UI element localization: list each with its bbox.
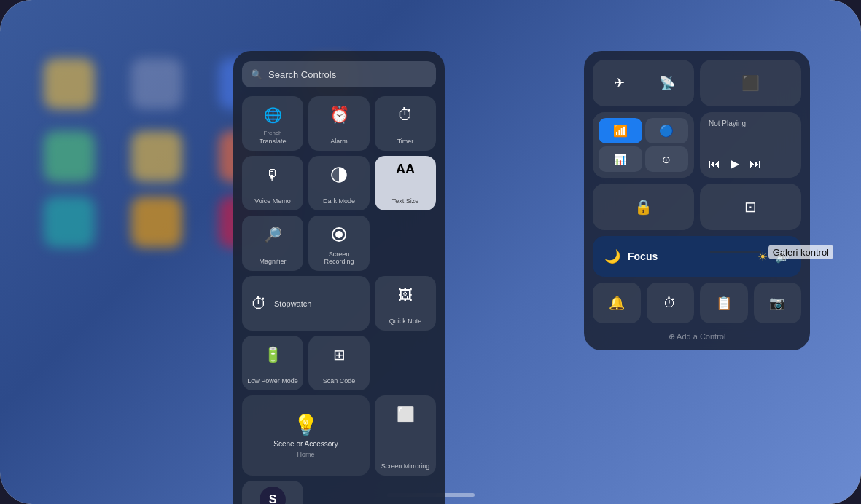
rewind-icon[interactable]: ⏮: [709, 157, 720, 170]
scene-accessory-tile[interactable]: 💡 Scene or Accessory Home: [242, 395, 370, 476]
quick-note-icon: 🖼: [392, 282, 418, 308]
voice-memo-label: Voice Memo: [254, 197, 291, 205]
camera-tile[interactable]: 📷: [754, 283, 802, 323]
focus-label: Focus: [628, 251, 658, 262]
moon-icon: 🌙: [604, 248, 620, 264]
home-sublabel: Home: [297, 451, 314, 458]
bluetooth-icon: 🔵: [645, 118, 689, 143]
wifi-call-icon: 📡: [645, 64, 690, 102]
magnifier-label: Magnifier: [259, 258, 286, 265]
search-controls-panel: 🔍 Search Controls 🌐 French Translate ⏰ A…: [233, 51, 445, 504]
translate-icon: 🌐: [260, 102, 286, 128]
alarm-tile[interactable]: ⏰ Alarm: [308, 96, 370, 151]
text-size-icon: AA: [396, 162, 415, 178]
timer-icon: ⏱: [392, 102, 418, 128]
ipad-frame: ✈ 📡 ⬛ 📶 🔵 📊 ⊙ Not Playing ⏮ ▶: [0, 0, 861, 504]
fast-forward-icon[interactable]: ⏭: [749, 157, 761, 170]
scan-code-icon: ⊞: [326, 342, 352, 368]
play-icon[interactable]: ▶: [731, 157, 739, 170]
stopwatch-icon: ⏱: [251, 294, 267, 313]
timer-label: Timer: [397, 138, 414, 145]
stopwatch-tile-cc[interactable]: ⏱: [647, 283, 695, 323]
airdrop-icon: ⊙: [645, 146, 689, 172]
alarm-icon: ⏰: [326, 102, 352, 128]
screen-recording-icon: [326, 221, 352, 248]
dark-mode-icon: [326, 162, 352, 188]
timer-tile[interactable]: ⏱ Timer: [375, 96, 436, 151]
screen-mirroring-label: Screen Mirroring: [381, 462, 430, 470]
dark-mode-tile[interactable]: Dark Mode: [308, 156, 370, 210]
galeri-line: [710, 252, 761, 253]
media-tile[interactable]: Not Playing ⏮ ▶ ⏭: [700, 112, 801, 178]
stopwatch-label: Stopwatch: [274, 299, 311, 308]
ipad-screen: ✈ 📡 ⬛ 📶 🔵 📊 ⊙ Not Playing ⏮ ▶: [0, 0, 861, 504]
add-control-label[interactable]: ⊕ Add a Control: [593, 329, 801, 342]
screen-mirror-tile[interactable]: ⊡: [700, 184, 801, 230]
quick-note-label: Quick Note: [389, 318, 422, 325]
shazam-icon: S: [260, 487, 286, 504]
recognize-music-tile[interactable]: S Recognize Music: [242, 481, 303, 504]
screen-lock-tile[interactable]: 🔒: [593, 184, 694, 230]
alarm-label: Alarm: [330, 138, 348, 145]
magnifier-icon: 🔎: [260, 221, 286, 248]
galeri-kontrol-container: Galeri kontrol: [710, 245, 833, 259]
voice-memo-tile[interactable]: 🎙 Voice Memo: [242, 156, 303, 210]
notes-tile[interactable]: 📋: [700, 283, 748, 323]
bell-tile[interactable]: 🔔: [593, 283, 641, 323]
text-size-tile[interactable]: AA Text Size: [375, 156, 436, 210]
search-icon: 🔍: [251, 69, 262, 80]
stopwatch-tile[interactable]: ⏱ Stopwatch: [242, 276, 370, 331]
control-center-panel: ✈ 📡 ⬛ 📶 🔵 📊 ⊙ Not Playing ⏮ ▶: [584, 51, 810, 350]
airplane-icon: ✈: [597, 64, 642, 102]
scan-code-label: Scan Code: [323, 377, 356, 385]
translate-tile[interactable]: 🌐 French Translate: [242, 96, 303, 151]
translate-label: Translate: [259, 138, 286, 145]
svg-point-2: [335, 231, 343, 238]
scan-code-tile[interactable]: ⊞ Scan Code: [308, 336, 370, 390]
screen-mirroring-icon: ⬜: [392, 401, 418, 428]
cellular-icon: 📊: [599, 146, 642, 172]
low-power-label: Low Power Mode: [247, 377, 298, 385]
dark-mode-label: Dark Mode: [323, 197, 355, 205]
home-light-icon: 💡: [293, 413, 319, 437]
screen-recording-label: Screen Recording: [313, 251, 365, 265]
magnifier-tile[interactable]: 🔎 Magnifier: [242, 216, 303, 271]
cc-connectivity-tile[interactable]: ✈ 📡: [593, 60, 694, 106]
wifi-icon: 📶: [599, 118, 642, 143]
controls-grid: 🌐 French Translate ⏰ Alarm ⏱ Timer 🎙: [242, 96, 436, 504]
airplay-tile[interactable]: ⬛: [700, 60, 801, 106]
scene-accessory-label: Scene or Accessory: [273, 440, 338, 448]
screen-recording-tile[interactable]: Screen Recording: [308, 216, 370, 271]
screen-mirroring-tile[interactable]: ⬜ Screen Mirroring: [375, 395, 436, 476]
low-power-tile[interactable]: 🔋 Low Power Mode: [242, 336, 303, 390]
media-controls: ⏮ ▶ ⏭: [709, 157, 792, 170]
network-tile[interactable]: 📶 🔵 📊 ⊙: [593, 112, 694, 178]
voice-memo-icon: 🎙: [260, 162, 286, 188]
galeri-kontrol-label: Galeri kontrol: [768, 245, 833, 259]
text-size-label: Text Size: [392, 197, 419, 205]
low-power-icon: 🔋: [260, 342, 286, 368]
media-title: Not Playing: [709, 119, 792, 127]
translate-sublabel: French: [264, 130, 282, 136]
search-text: Search Controls: [268, 69, 336, 80]
quick-note-tile[interactable]: 🖼 Quick Note: [375, 276, 436, 331]
search-bar[interactable]: 🔍 Search Controls: [242, 61, 436, 87]
